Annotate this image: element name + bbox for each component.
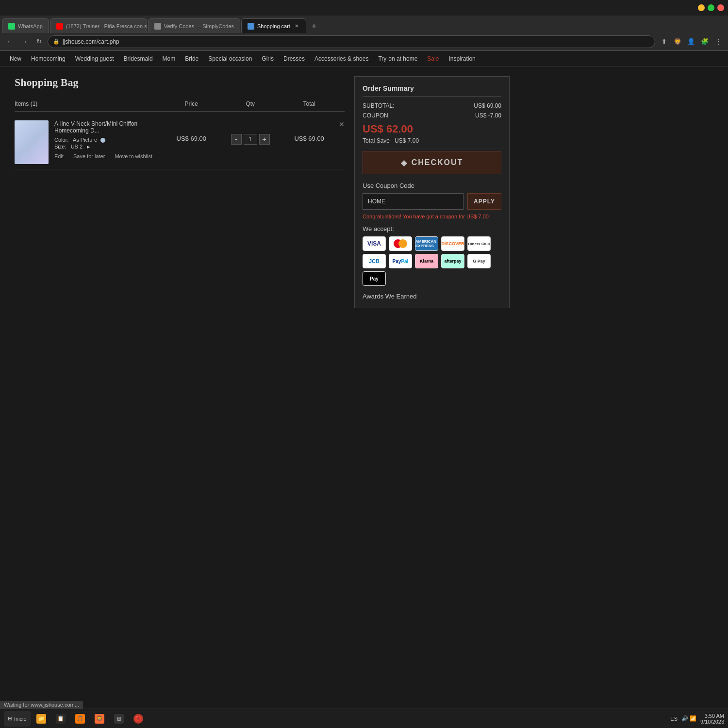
coupon-row: COUPON: US$ -7.00: [363, 112, 501, 119]
back-button[interactable]: ←: [4, 36, 16, 48]
cart-tab-icon: [248, 23, 254, 30]
item-size-attr: Size: US 2 ►: [54, 144, 156, 149]
coupon-row-input: APPLY: [363, 193, 501, 210]
afterpay-icon: afterpay: [441, 254, 464, 268]
share-icon[interactable]: ⬆: [658, 36, 670, 48]
nav-girls[interactable]: Girls: [262, 55, 274, 62]
coupon-section-title: Use Coupon Code: [363, 182, 501, 189]
system-icons: 🔊 📶: [681, 715, 696, 722]
taskbar-app2[interactable]: 🖥: [110, 711, 128, 727]
col-header-total: Total: [274, 100, 345, 107]
summary-title: Order Summary: [363, 84, 501, 97]
apply-coupon-button[interactable]: APPLY: [467, 193, 501, 210]
nav-special[interactable]: Special occasion: [208, 55, 252, 62]
checkout-label: CHECKOUT: [412, 158, 463, 167]
col-header-qty: Qty: [227, 100, 274, 107]
taskbar: ⊞ Inicio 📁 📋 🎵 🦁 🖥 ⭕ ES 🔊 📶 3:50 AM 9/10…: [0, 709, 728, 728]
product-image-placeholder: [15, 120, 49, 164]
mastercard-icon: [389, 236, 412, 251]
taskbar-clock: 3:50 AM 9/10/2023: [700, 713, 724, 725]
color-label: Color:: [54, 137, 68, 143]
clock-time: 3:50 AM: [700, 713, 724, 719]
payment-icons: VISA AMERICAN EXPRESS DISCOVER Diners Cl…: [363, 236, 501, 286]
address-bar[interactable]: 🔒 jjshouse.com/cart.php: [48, 35, 655, 48]
profile-icon[interactable]: 👤: [685, 36, 697, 48]
remove-item-button[interactable]: ✕: [339, 120, 345, 128]
whatsapp-icon: [8, 23, 15, 30]
nav-mom[interactable]: Mom: [163, 55, 176, 62]
locale-label: ES: [670, 716, 678, 722]
tab-whatsapp[interactable]: WhatsApp: [2, 18, 49, 33]
reload-button[interactable]: ↻: [33, 36, 45, 48]
mc-right: [398, 239, 407, 248]
taskbar-app1[interactable]: 📋: [52, 711, 69, 727]
diners-icon: Diners Club: [467, 236, 491, 251]
maximize-button[interactable]: [708, 4, 714, 11]
taskbar-brave[interactable]: 🦁: [91, 711, 108, 727]
cart-item: A-line V-Neck Short/Mini Chiffon Homecom…: [15, 116, 345, 169]
nav-accessories[interactable]: Accessories & shoes: [314, 55, 368, 62]
nav-bride[interactable]: Bride: [185, 55, 199, 62]
paypal-icon: Pay Pal: [389, 254, 412, 268]
nav-sale[interactable]: Sale: [427, 55, 439, 62]
tab-close-cart[interactable]: ✕: [293, 23, 300, 30]
size-value: US 2: [71, 144, 83, 149]
applepay-icon: Pay: [363, 271, 386, 286]
app2-icon: 🖥: [114, 714, 124, 724]
qty-decrease-button[interactable]: -: [231, 134, 242, 145]
cart-item-details-col: A-line V-Neck Short/Mini Chiffon Homecom…: [15, 120, 156, 164]
start-icon: ⊞: [8, 715, 12, 722]
url-text: jjshouse.com/cart.php: [63, 38, 119, 45]
vlc-icon: 🎵: [75, 714, 85, 724]
tab-trainer[interactable]: (1872) Trainer - Piña Fresca con su...: [50, 18, 147, 33]
nav-wedding-guest[interactable]: Wedding guest: [75, 55, 114, 62]
col-header-price: Price: [156, 100, 227, 107]
verify-icon: [154, 23, 161, 30]
taskbar-right: ES 🔊 📶 3:50 AM 9/10/2023: [670, 713, 724, 725]
tab-cart[interactable]: Shopping cart ✕: [241, 18, 306, 33]
coupon-input[interactable]: [363, 193, 463, 210]
nav-homecoming[interactable]: Homecoming: [31, 55, 66, 62]
toolbar-icons: ⬆ 🦁 👤 🧩 ⋮: [658, 36, 724, 48]
pp-pay: Pay: [393, 259, 401, 264]
qty-increase-button[interactable]: +: [259, 134, 270, 145]
checkout-button[interactable]: ◈ CHECKOUT: [363, 151, 501, 174]
lock-icon: 🔒: [53, 38, 60, 45]
size-arrow-icon: ►: [86, 144, 91, 149]
extensions-icon[interactable]: 🧩: [699, 36, 711, 48]
nav-try-on[interactable]: Try-on at home: [378, 55, 417, 62]
app3-icon: ⭕: [133, 714, 143, 724]
close-button[interactable]: [717, 4, 724, 11]
app1-icon: 📋: [56, 714, 66, 724]
tabs-bar: WhatsApp (1872) Trainer - Piña Fresca co…: [0, 16, 728, 33]
discover-icon: DISCOVER: [441, 236, 464, 251]
minimize-button[interactable]: [698, 4, 705, 11]
save-for-later-link[interactable]: Save for later: [73, 153, 105, 159]
tab-label-verify: Verify Codes — SimplyCodes: [164, 23, 234, 29]
color-value: As Picture: [73, 137, 97, 143]
we-accept-title: We accept:: [363, 225, 501, 232]
title-bar: [0, 0, 728, 16]
awards-title: Awards We Earned: [363, 293, 501, 300]
pp-pal: Pal: [401, 259, 408, 264]
tab-verify[interactable]: Verify Codes — SimplyCodes: [148, 18, 240, 33]
nav-dresses[interactable]: Dresses: [283, 55, 305, 62]
nav-new[interactable]: New: [10, 55, 21, 62]
taskbar-file-explorer[interactable]: 📁: [33, 711, 50, 727]
brave-icon[interactable]: 🦁: [672, 36, 683, 48]
edit-link[interactable]: Edit: [54, 153, 64, 159]
start-button[interactable]: ⊞ Inicio: [4, 711, 31, 727]
status-text: Waiting for www.jjshouse.com...: [4, 702, 79, 708]
new-tab-button[interactable]: +: [307, 19, 321, 33]
taskbar-app3[interactable]: ⭕: [130, 711, 147, 727]
nav-bridesmaid[interactable]: Bridesmaid: [124, 55, 153, 62]
settings-icon[interactable]: ⋮: [712, 36, 724, 48]
forward-button[interactable]: →: [18, 36, 30, 48]
page-content: Shopping Bag Items (1) Price Qty Total A…: [0, 66, 728, 318]
taskbar-vlc[interactable]: 🎵: [71, 711, 89, 727]
qty-input[interactable]: [244, 134, 257, 145]
move-to-wishlist-link[interactable]: Move to wishlist: [115, 153, 152, 159]
tab-label-cart: Shopping cart: [257, 23, 290, 29]
nav-inspiration[interactable]: Inspiration: [448, 55, 475, 62]
item-name: A-line V-Neck Short/Mini Chiffon Homecom…: [54, 120, 156, 134]
